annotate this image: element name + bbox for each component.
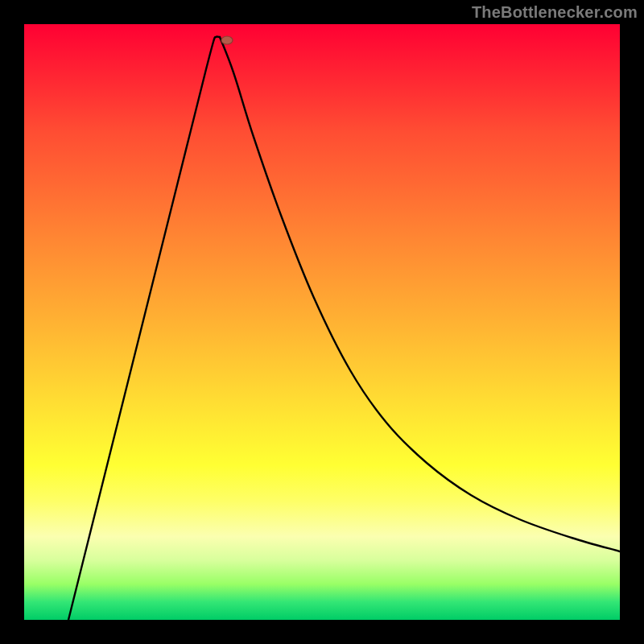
bottleneck-curve-right: [220, 37, 620, 551]
chart-frame: TheBottlenecker.com: [0, 0, 644, 644]
watermark-text: TheBottlenecker.com: [472, 3, 638, 22]
bottleneck-curve-left: [68, 37, 220, 620]
minimum-marker: [221, 36, 233, 44]
plot-area: [24, 24, 620, 620]
plot-svg: [24, 24, 620, 620]
